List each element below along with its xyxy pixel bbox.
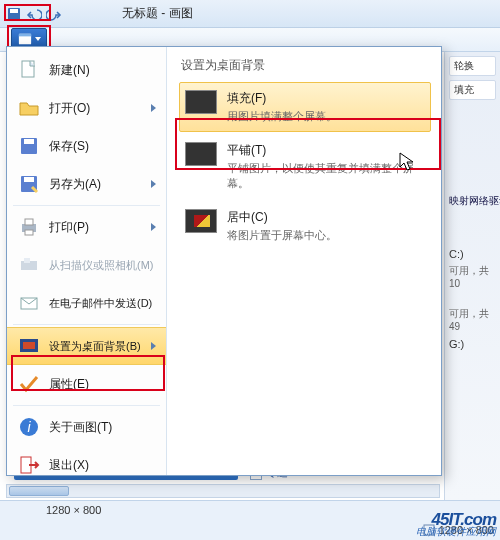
netdrive-label: 映射网络驱动 xyxy=(449,194,496,208)
menu-item-label: 关于画图(T) xyxy=(49,419,112,436)
menu-item-label: 另存为(A) xyxy=(49,176,101,193)
horizontal-scrollbar[interactable] xyxy=(6,484,440,498)
menu-item-new[interactable]: 新建(N) xyxy=(7,51,166,89)
menu-item-label: 设置为桌面背景(B) xyxy=(49,339,141,354)
submenu-item-center[interactable]: 居中(C) 将图片置于屏幕中心。 xyxy=(179,201,431,251)
submenu-header: 设置为桌面背景 xyxy=(181,57,431,74)
menu-item-label: 退出(X) xyxy=(49,457,89,474)
svg-rect-16 xyxy=(23,342,35,349)
printer-icon xyxy=(17,215,41,239)
fill-chip[interactable]: 填充 xyxy=(449,80,496,100)
submenu-item-title: 居中(C) xyxy=(227,209,337,226)
saveas-icon xyxy=(17,172,41,196)
cursor-icon xyxy=(399,152,415,176)
menu-item-open[interactable]: 打开(O) xyxy=(7,89,166,127)
exit-icon xyxy=(17,453,41,477)
menu-item-save[interactable]: 保存(S) xyxy=(7,127,166,165)
watermark: 45IT.com 电脑软硬件应用网 xyxy=(416,514,496,538)
undo-qat-icon[interactable] xyxy=(26,6,42,22)
menu-item-label: 新建(N) xyxy=(49,62,90,79)
menu-item-scanner[interactable]: 从扫描仪或照相机(M) xyxy=(7,246,166,284)
center-thumbnail-icon xyxy=(185,209,217,233)
menu-item-about[interactable]: i 关于画图(T) xyxy=(7,408,166,446)
menu-separator xyxy=(13,205,160,206)
menu-item-saveas[interactable]: 另存为(A) xyxy=(7,165,166,203)
menu-item-email[interactable]: 在电子邮件中发送(D) xyxy=(7,284,166,322)
info-icon: i xyxy=(17,415,41,439)
d-drive-info: 可用，共 49 xyxy=(449,307,496,332)
folder-open-icon xyxy=(17,96,41,120)
scanner-icon xyxy=(17,253,41,277)
svg-rect-1 xyxy=(10,9,18,13)
menu-item-wallpaper[interactable]: 设置为桌面背景(B) xyxy=(7,327,166,365)
g-drive-label: G:) xyxy=(449,338,496,350)
svg-rect-10 xyxy=(25,219,33,225)
checkmark-icon xyxy=(17,372,41,396)
fill-thumbnail-icon xyxy=(185,90,217,114)
svg-rect-3 xyxy=(18,34,30,37)
menu-item-label: 打印(P) xyxy=(49,219,89,236)
background-explorer: 轮换 填充 映射网络驱动 C:) 可用，共 10 可用，共 49 G:) xyxy=(444,52,500,500)
menu-separator xyxy=(13,405,160,406)
c-drive-label: C:) xyxy=(449,248,496,260)
title-bar: 无标题 - 画图 xyxy=(0,0,500,28)
app-menu-dropdown: 新建(N) 打开(O) 保存(S) 另存为(A) 打印(P) 从扫描仪或照相机(… xyxy=(6,46,442,476)
new-file-icon xyxy=(17,58,41,82)
chevron-right-icon xyxy=(151,104,156,112)
save-icon xyxy=(17,134,41,158)
svg-rect-11 xyxy=(25,230,33,235)
c-drive-info: 可用，共 10 xyxy=(449,264,496,289)
svg-rect-6 xyxy=(24,139,34,144)
menu-item-label: 属性(E) xyxy=(49,376,89,393)
submenu-item-desc: 平铺图片，以便使其重复并填满整个屏幕。 xyxy=(227,161,425,191)
submenu-item-desc: 用图片填满整个屏幕。 xyxy=(227,109,337,124)
scrollbar-thumb[interactable] xyxy=(9,486,69,496)
menu-item-label: 保存(S) xyxy=(49,138,89,155)
save-qat-icon[interactable] xyxy=(6,6,22,22)
chevron-right-icon xyxy=(151,342,156,350)
menu-item-label: 在电子邮件中发送(D) xyxy=(49,296,152,311)
tile-thumbnail-icon xyxy=(185,142,217,166)
rotate-chip[interactable]: 轮换 xyxy=(449,56,496,76)
wallpaper-icon xyxy=(17,334,41,358)
submenu-item-title: 平铺(T) xyxy=(227,142,425,159)
submenu-item-tile[interactable]: 平铺(T) 平铺图片，以便使其重复并填满整个屏幕。 xyxy=(179,134,431,199)
submenu-item-fill[interactable]: 填充(F) 用图片填满整个屏幕。 xyxy=(179,82,431,132)
menu-item-print[interactable]: 打印(P) xyxy=(7,208,166,246)
email-icon xyxy=(17,291,41,315)
svg-rect-13 xyxy=(24,258,30,263)
svg-rect-8 xyxy=(24,177,34,182)
canvas-dims-small: 1280 × 800 xyxy=(46,504,101,516)
watermark-tagline: 电脑软硬件应用网 xyxy=(416,526,496,538)
redo-qat-icon[interactable] xyxy=(46,6,62,22)
watermark-brand: 45IT.com xyxy=(416,514,496,526)
window-title: 无标题 - 画图 xyxy=(122,5,193,22)
chevron-right-icon xyxy=(151,180,156,188)
submenu-item-desc: 将图片置于屏幕中心。 xyxy=(227,228,337,243)
menu-item-label: 打开(O) xyxy=(49,100,90,117)
chevron-down-icon xyxy=(35,37,41,41)
menu-item-exit[interactable]: 退出(X) xyxy=(7,446,166,484)
menu-separator xyxy=(13,324,160,325)
submenu-item-title: 填充(F) xyxy=(227,90,337,107)
app-menu-right-column: 设置为桌面背景 填充(F) 用图片填满整个屏幕。 平铺(T) 平铺图片，以便使其… xyxy=(167,47,441,475)
app-menu-left-column: 新建(N) 打开(O) 保存(S) 另存为(A) 打印(P) 从扫描仪或照相机(… xyxy=(7,47,167,475)
menu-item-properties[interactable]: 属性(E) xyxy=(7,365,166,403)
chevron-right-icon xyxy=(151,223,156,231)
menu-item-label: 从扫描仪或照相机(M) xyxy=(49,258,154,273)
